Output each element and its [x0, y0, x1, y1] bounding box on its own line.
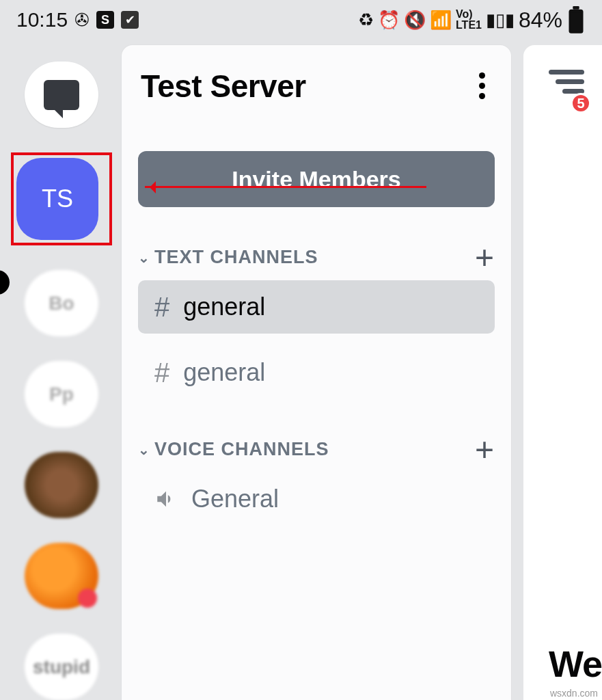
notification-badge: 5 — [571, 93, 591, 113]
battery-icon — [566, 6, 586, 33]
server-title[interactable]: Test Server — [141, 68, 306, 105]
speaker-icon — [154, 487, 178, 511]
chevron-down-icon: ⌄ — [138, 250, 150, 266]
status-left: 10:15 ✇ S ✔ — [16, 8, 139, 31]
category-header-text[interactable]: ⌄ TEXT CHANNELS + — [138, 247, 495, 268]
server-more-button[interactable] — [472, 66, 492, 106]
add-channel-button[interactable]: + — [475, 443, 495, 457]
voice-channels-category: ⌄ VOICE CHANNELS + General — [122, 439, 511, 526]
members-list-button[interactable]: 5 — [523, 70, 602, 94]
server-icon-blurred[interactable] — [25, 543, 98, 609]
text-channel-general[interactable]: # general — [138, 346, 495, 399]
selected-server-highlight: TS — [11, 152, 112, 245]
text-channel-general-active[interactable]: # general — [138, 280, 495, 334]
server-icon-blurred[interactable]: Pp — [25, 361, 98, 427]
text-channels-category: ⌄ TEXT CHANNELS + # general # general — [122, 247, 511, 399]
svg-rect-2 — [571, 12, 582, 31]
direct-messages-button[interactable] — [25, 62, 98, 128]
panel-header: Test Server — [122, 66, 511, 124]
voice-channel-general[interactable]: General — [138, 472, 495, 526]
lte-label: LTE1 — [456, 19, 482, 31]
server-abbr: TS — [42, 185, 73, 213]
check-icon: ✔ — [121, 11, 139, 29]
server-icon-blurred[interactable] — [25, 452, 98, 518]
server-icon-blurred[interactable]: Bo — [25, 270, 98, 336]
members-panel-peek[interactable]: 5 We — [523, 45, 602, 700]
channel-name: General — [191, 485, 279, 513]
channel-name: general — [183, 358, 265, 387]
channel-name: general — [183, 293, 265, 321]
invite-label: Invite Members — [232, 166, 401, 193]
status-right: ♻ ⏰ 🔇 📶 Vo) LTE1 ▮▯▮ 84% — [358, 6, 586, 33]
server-icon-test-server[interactable]: TS — [16, 158, 98, 240]
hash-icon: # — [154, 292, 169, 323]
invite-members-button[interactable]: Invite Members — [138, 151, 495, 207]
status-time: 10:15 — [16, 8, 68, 31]
s-app-icon: S — [96, 11, 114, 29]
watermark: wsxdn.com — [550, 688, 598, 699]
server-list: TS Bo Pp stupid — [0, 48, 123, 700]
status-bar: 10:15 ✇ S ✔ ♻ ⏰ 🔇 📶 Vo) LTE1 ▮▯▮ 84% — [0, 0, 602, 40]
category-label: TEXT CHANNELS — [154, 247, 318, 268]
mute-icon: 🔇 — [404, 10, 426, 31]
hash-icon: # — [154, 358, 169, 388]
content-peek-text: We — [549, 643, 602, 685]
more-vertical-icon — [479, 72, 485, 99]
svg-rect-1 — [573, 6, 579, 10]
annotation-arrow — [145, 186, 426, 188]
wifi-icon: 📶 — [430, 10, 452, 31]
category-label: VOICE CHANNELS — [154, 439, 329, 460]
channel-panel: Test Server Invite Members ⌄ TEXT CHANNE… — [122, 45, 511, 700]
battery-percent: 84% — [519, 8, 562, 33]
chevron-down-icon: ⌄ — [138, 442, 150, 458]
app-root: TS Bo Pp stupid Test Server Invite Membe… — [0, 41, 602, 700]
vo-label: Vo) — [456, 8, 473, 20]
category-header-voice[interactable]: ⌄ VOICE CHANNELS + — [138, 439, 495, 460]
server-icon-blurred[interactable]: stupid — [25, 634, 98, 700]
kneel-icon: ✇ — [74, 10, 90, 31]
add-channel-button[interactable]: + — [475, 251, 495, 265]
chat-icon — [44, 80, 79, 110]
alarm-icon: ⏰ — [378, 10, 400, 31]
recycle-icon: ♻ — [358, 10, 374, 31]
signal-icon: ▮▯▮ — [486, 10, 515, 31]
